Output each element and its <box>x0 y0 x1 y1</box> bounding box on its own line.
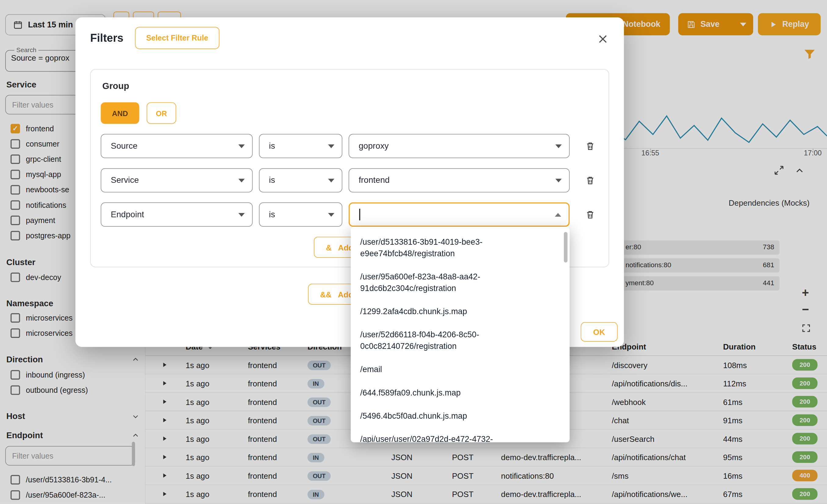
field-select[interactable]: Service <box>101 168 252 192</box>
endpoint-options-dropdown: /user/d5133816-3b91-4019-bee3-e9ee74bfcb… <box>351 227 570 442</box>
scrollbar-thumb[interactable] <box>564 232 568 262</box>
field-select[interactable]: Source <box>101 134 252 158</box>
trash-icon <box>585 209 595 220</box>
ampersand-icon: & <box>326 243 332 252</box>
operator-select-value: is <box>269 142 275 151</box>
operator-select-value: is <box>269 175 275 185</box>
close-icon <box>597 33 609 45</box>
field-select-value: Service <box>111 175 139 185</box>
chevron-down-icon <box>238 213 245 216</box>
dropdown-option[interactable]: /644.f589fa09.chunk.js.map <box>351 381 570 404</box>
value-select[interactable]: frontend <box>348 168 570 192</box>
text-cursor <box>359 209 360 220</box>
dropdown-option[interactable]: /email <box>351 358 570 381</box>
endpoint-value-input[interactable] <box>348 202 570 227</box>
chevron-up-icon <box>555 213 562 216</box>
field-select-value: Endpoint <box>111 210 144 219</box>
dropdown-option[interactable]: /5496.4bc5f0ad.chunk.js.map <box>351 404 570 428</box>
screen: Last 15 min Notebook Save <box>0 0 827 504</box>
chevron-down-icon <box>555 144 562 148</box>
select-filter-rule-button[interactable]: Select Filter Rule <box>135 27 219 49</box>
dropdown-option[interactable]: /user/95a600ef-823a-48a8-aa42-91dc6b2c30… <box>351 265 570 300</box>
double-ampersand-icon: && <box>320 290 332 299</box>
dropdown-option[interactable]: /user/52d66118-f04b-4206-8c50-0c0c821407… <box>351 323 570 358</box>
select-filter-rule-label: Select Filter Rule <box>146 34 208 42</box>
delete-rule-button[interactable] <box>581 168 599 192</box>
delete-rule-button[interactable] <box>581 202 599 227</box>
chevron-down-icon <box>328 213 335 216</box>
value-select-value: frontend <box>358 175 390 185</box>
field-select-value: Source <box>111 142 138 151</box>
chevron-down-icon <box>328 144 335 148</box>
modal-title: Filters <box>90 32 124 45</box>
operator-select[interactable]: is <box>259 134 342 158</box>
value-select-value: goproxy <box>358 142 388 151</box>
and-operator-button[interactable]: AND <box>101 102 139 124</box>
trash-icon <box>585 140 595 152</box>
modal-header: Filters Select Filter Rule <box>90 27 610 49</box>
field-select[interactable]: Endpoint <box>101 202 252 227</box>
operator-select-value: is <box>269 210 275 219</box>
trash-icon <box>585 175 595 186</box>
dropdown-option[interactable]: /api/user/user/02a97d2d-e472-4732- <box>351 428 570 442</box>
operator-select[interactable]: is <box>259 202 342 227</box>
dropdown-option[interactable]: /1299.2afa4cdb.chunk.js.map <box>351 300 570 323</box>
dropdown-option[interactable]: /user/d5133816-3b91-4019-bee3-e9ee74bfcb… <box>351 230 570 265</box>
or-operator-button[interactable]: OR <box>147 102 176 124</box>
filter-rule-row: Source is goproxy <box>91 134 610 158</box>
operator-select[interactable]: is <box>259 168 342 192</box>
chevron-down-icon <box>238 144 245 148</box>
ok-button[interactable]: OK <box>581 322 618 342</box>
filter-rule-row: Service is frontend <box>91 168 610 192</box>
delete-rule-button[interactable] <box>581 134 599 158</box>
filter-rule-row: Endpoint is <box>91 202 610 227</box>
value-select[interactable]: goproxy <box>348 134 570 158</box>
chevron-down-icon <box>555 179 562 182</box>
chevron-down-icon <box>328 179 335 182</box>
group-label: Group <box>102 81 129 92</box>
chevron-down-icon <box>238 179 245 182</box>
close-modal-button[interactable] <box>595 32 610 47</box>
